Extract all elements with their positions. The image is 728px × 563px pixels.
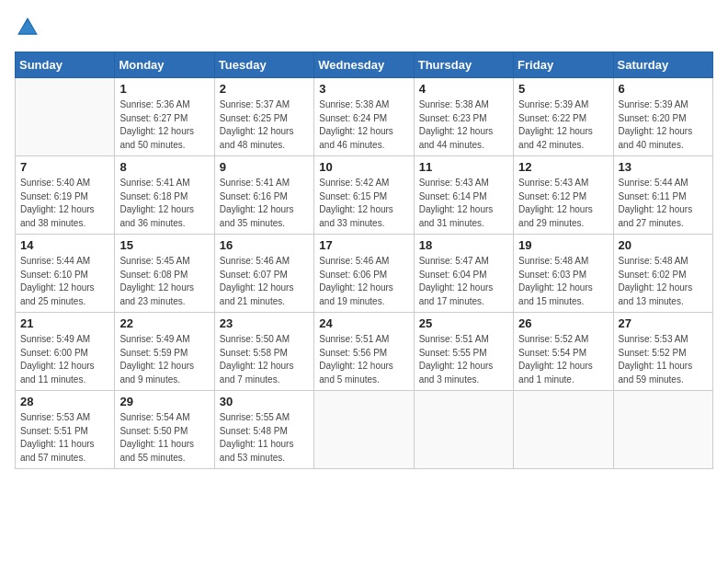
day-number: 30 [220, 395, 309, 408]
calendar-week-row: 28 Sunrise: 5:53 AMSunset: 5:51 PMDaylig… [16, 391, 713, 469]
day-info: Sunrise: 5:42 AMSunset: 6:15 PMDaylight:… [319, 177, 408, 230]
calendar-weekday-thursday: Thursday [414, 52, 513, 78]
calendar-cell: 18 Sunrise: 5:47 AMSunset: 6:04 PMDaylig… [414, 235, 513, 313]
logo-icon [15, 15, 40, 40]
calendar-cell: 2 Sunrise: 5:37 AMSunset: 6:25 PMDayligh… [214, 78, 313, 156]
calendar-cell: 29 Sunrise: 5:54 AMSunset: 5:50 PMDaylig… [115, 391, 214, 469]
day-info: Sunrise: 5:48 AMSunset: 6:02 PMDaylight:… [619, 255, 708, 308]
day-number: 23 [220, 316, 309, 330]
calendar-week-row: 1 Sunrise: 5:36 AMSunset: 6:27 PMDayligh… [16, 78, 713, 156]
calendar-cell [314, 391, 414, 469]
calendar-cell: 17 Sunrise: 5:46 AMSunset: 6:06 PMDaylig… [314, 235, 414, 313]
calendar-cell [613, 391, 712, 469]
calendar-cell: 24 Sunrise: 5:51 AMSunset: 5:56 PMDaylig… [314, 313, 414, 391]
calendar-cell: 23 Sunrise: 5:50 AMSunset: 5:58 PMDaylig… [214, 313, 313, 391]
calendar-weekday-friday: Friday [514, 52, 613, 78]
day-info: Sunrise: 5:40 AMSunset: 6:19 PMDaylight:… [20, 177, 109, 230]
calendar-cell: 9 Sunrise: 5:41 AMSunset: 6:16 PMDayligh… [214, 156, 313, 235]
day-info: Sunrise: 5:55 AMSunset: 5:48 PMDaylight:… [220, 411, 309, 465]
day-info: Sunrise: 5:44 AMSunset: 6:11 PMDaylight:… [619, 177, 708, 230]
calendar-cell: 21 Sunrise: 5:49 AMSunset: 6:00 PMDaylig… [16, 313, 115, 391]
day-info: Sunrise: 5:43 AMSunset: 6:12 PMDaylight:… [518, 177, 608, 230]
day-info: Sunrise: 5:47 AMSunset: 6:04 PMDaylight:… [419, 255, 508, 308]
calendar-weekday-monday: Monday [115, 52, 214, 78]
calendar-cell: 26 Sunrise: 5:52 AMSunset: 5:54 PMDaylig… [514, 313, 613, 391]
day-info: Sunrise: 5:38 AMSunset: 6:24 PMDaylight:… [319, 98, 408, 152]
day-number: 24 [319, 316, 408, 330]
day-number: 9 [220, 160, 309, 174]
calendar-cell: 30 Sunrise: 5:55 AMSunset: 5:48 PMDaylig… [214, 391, 313, 469]
day-number: 12 [518, 160, 608, 174]
day-info: Sunrise: 5:48 AMSunset: 6:03 PMDaylight:… [518, 255, 608, 308]
calendar-cell: 16 Sunrise: 5:46 AMSunset: 6:07 PMDaylig… [214, 235, 313, 313]
calendar-cell: 15 Sunrise: 5:45 AMSunset: 6:08 PMDaylig… [115, 235, 214, 313]
day-number: 18 [419, 238, 508, 252]
calendar-weekday-saturday: Saturday [613, 52, 712, 78]
day-info: Sunrise: 5:50 AMSunset: 5:58 PMDaylight:… [220, 333, 309, 386]
calendar-cell: 4 Sunrise: 5:38 AMSunset: 6:23 PMDayligh… [414, 78, 513, 156]
day-number: 10 [319, 160, 408, 174]
calendar-cell [16, 78, 115, 156]
logo [15, 15, 44, 40]
calendar-cell: 25 Sunrise: 5:51 AMSunset: 5:55 PMDaylig… [414, 313, 513, 391]
day-info: Sunrise: 5:38 AMSunset: 6:23 PMDaylight:… [419, 98, 508, 152]
day-number: 7 [20, 160, 109, 174]
calendar-cell [514, 391, 613, 469]
calendar-cell: 11 Sunrise: 5:43 AMSunset: 6:14 PMDaylig… [414, 156, 513, 235]
day-number: 27 [619, 316, 708, 330]
calendar-cell: 20 Sunrise: 5:48 AMSunset: 6:02 PMDaylig… [613, 235, 712, 313]
day-info: Sunrise: 5:54 AMSunset: 5:50 PMDaylight:… [119, 411, 209, 465]
day-info: Sunrise: 5:39 AMSunset: 6:20 PMDaylight:… [619, 98, 708, 152]
day-info: Sunrise: 5:41 AMSunset: 6:18 PMDaylight:… [119, 177, 209, 230]
calendar-cell: 5 Sunrise: 5:39 AMSunset: 6:22 PMDayligh… [514, 78, 613, 156]
day-number: 19 [518, 238, 608, 252]
day-number: 22 [119, 316, 209, 330]
calendar-cell: 22 Sunrise: 5:49 AMSunset: 5:59 PMDaylig… [115, 313, 214, 391]
day-number: 28 [20, 395, 109, 408]
calendar-cell: 13 Sunrise: 5:44 AMSunset: 6:11 PMDaylig… [613, 156, 712, 235]
calendar-weekday-tuesday: Tuesday [214, 52, 313, 78]
calendar-weekday-wednesday: Wednesday [314, 52, 414, 78]
day-number: 1 [119, 82, 209, 96]
calendar-cell: 19 Sunrise: 5:48 AMSunset: 6:03 PMDaylig… [514, 235, 613, 313]
calendar-cell: 8 Sunrise: 5:41 AMSunset: 6:18 PMDayligh… [115, 156, 214, 235]
calendar-cell: 28 Sunrise: 5:53 AMSunset: 5:51 PMDaylig… [16, 391, 115, 469]
day-info: Sunrise: 5:37 AMSunset: 6:25 PMDaylight:… [220, 98, 309, 152]
day-number: 29 [119, 395, 209, 408]
calendar-cell: 27 Sunrise: 5:53 AMSunset: 5:52 PMDaylig… [613, 313, 712, 391]
day-number: 13 [619, 160, 708, 174]
calendar-week-row: 14 Sunrise: 5:44 AMSunset: 6:10 PMDaylig… [16, 235, 713, 313]
day-number: 3 [319, 82, 408, 96]
day-info: Sunrise: 5:51 AMSunset: 5:56 PMDaylight:… [319, 333, 408, 386]
day-number: 16 [220, 238, 309, 252]
day-info: Sunrise: 5:41 AMSunset: 6:16 PMDaylight:… [220, 177, 309, 230]
day-number: 14 [20, 238, 109, 252]
calendar-week-row: 21 Sunrise: 5:49 AMSunset: 6:00 PMDaylig… [16, 313, 713, 391]
day-number: 25 [419, 316, 508, 330]
day-number: 11 [419, 160, 508, 174]
calendar-cell: 6 Sunrise: 5:39 AMSunset: 6:20 PMDayligh… [613, 78, 712, 156]
calendar-cell: 12 Sunrise: 5:43 AMSunset: 6:12 PMDaylig… [514, 156, 613, 235]
day-info: Sunrise: 5:46 AMSunset: 6:06 PMDaylight:… [319, 255, 408, 308]
day-number: 2 [220, 82, 309, 96]
day-number: 26 [518, 316, 608, 330]
calendar-week-row: 7 Sunrise: 5:40 AMSunset: 6:19 PMDayligh… [16, 156, 713, 235]
day-info: Sunrise: 5:44 AMSunset: 6:10 PMDaylight:… [20, 255, 109, 308]
calendar-cell: 3 Sunrise: 5:38 AMSunset: 6:24 PMDayligh… [314, 78, 414, 156]
day-info: Sunrise: 5:36 AMSunset: 6:27 PMDaylight:… [119, 98, 209, 152]
day-number: 8 [119, 160, 209, 174]
calendar-table: SundayMondayTuesdayWednesdayThursdayFrid… [15, 52, 713, 469]
day-info: Sunrise: 5:46 AMSunset: 6:07 PMDaylight:… [220, 255, 309, 308]
day-info: Sunrise: 5:39 AMSunset: 6:22 PMDaylight:… [518, 98, 608, 152]
day-info: Sunrise: 5:45 AMSunset: 6:08 PMDaylight:… [119, 255, 209, 308]
day-number: 17 [319, 238, 408, 252]
page-header [15, 15, 713, 40]
svg-marker-1 [19, 20, 37, 33]
calendar-cell: 14 Sunrise: 5:44 AMSunset: 6:10 PMDaylig… [16, 235, 115, 313]
calendar-cell: 10 Sunrise: 5:42 AMSunset: 6:15 PMDaylig… [314, 156, 414, 235]
day-number: 15 [119, 238, 209, 252]
day-number: 6 [619, 82, 708, 96]
calendar-cell [414, 391, 513, 469]
calendar-weekday-sunday: Sunday [16, 52, 115, 78]
day-info: Sunrise: 5:49 AMSunset: 6:00 PMDaylight:… [20, 333, 109, 386]
